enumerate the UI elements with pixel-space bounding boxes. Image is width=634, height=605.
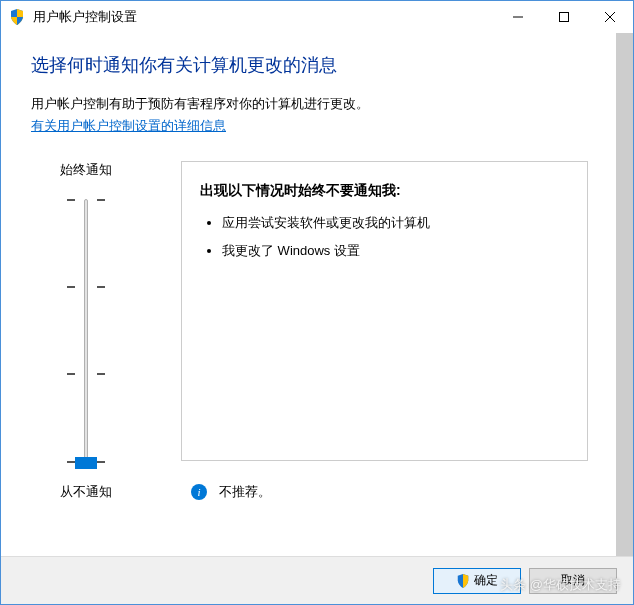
recommendation-text: 不推荐。 [219, 483, 271, 501]
slider-label-bottom: 从不通知 [31, 483, 141, 501]
slider-column: 始终通知 从不通知 [31, 161, 181, 501]
page-heading: 选择何时通知你有关计算机更改的消息 [31, 53, 588, 77]
scrollbar-thumb[interactable] [616, 33, 633, 556]
cancel-button[interactable]: 取消 [529, 568, 617, 594]
ok-button-label: 确定 [474, 572, 498, 589]
minimize-button[interactable] [495, 1, 541, 33]
svg-rect-0 [560, 13, 569, 22]
vertical-scrollbar[interactable] [616, 33, 633, 556]
maximize-button[interactable] [541, 1, 587, 33]
titlebar: 用户帐户控制设置 [1, 1, 633, 33]
close-button[interactable] [587, 1, 633, 33]
page-description: 用户帐户控制有助于预防有害程序对你的计算机进行更改。 [31, 95, 588, 113]
details-link[interactable]: 有关用户帐户控制设置的详细信息 [31, 117, 226, 135]
uac-slider[interactable] [31, 191, 141, 471]
info-item: 应用尝试安装软件或更改我的计算机 [222, 214, 569, 232]
info-icon: i [191, 484, 207, 500]
shield-icon [9, 9, 25, 25]
slider-label-top: 始终通知 [31, 161, 141, 179]
window-controls [495, 1, 633, 33]
cancel-button-label: 取消 [561, 572, 585, 589]
content-area: 选择何时通知你有关计算机更改的消息 用户帐户控制有助于预防有害程序对你的计算机进… [1, 33, 616, 556]
info-item: 我更改了 Windows 设置 [222, 242, 569, 260]
info-box: 出现以下情况时始终不要通知我: 应用尝试安装软件或更改我的计算机 我更改了 Wi… [181, 161, 588, 461]
info-heading: 出现以下情况时始终不要通知我: [200, 182, 569, 200]
window-title: 用户帐户控制设置 [33, 8, 495, 26]
shield-icon [456, 574, 470, 588]
slider-thumb[interactable] [75, 457, 97, 469]
button-bar: 确定 取消 [1, 556, 633, 604]
ok-button[interactable]: 确定 [433, 568, 521, 594]
